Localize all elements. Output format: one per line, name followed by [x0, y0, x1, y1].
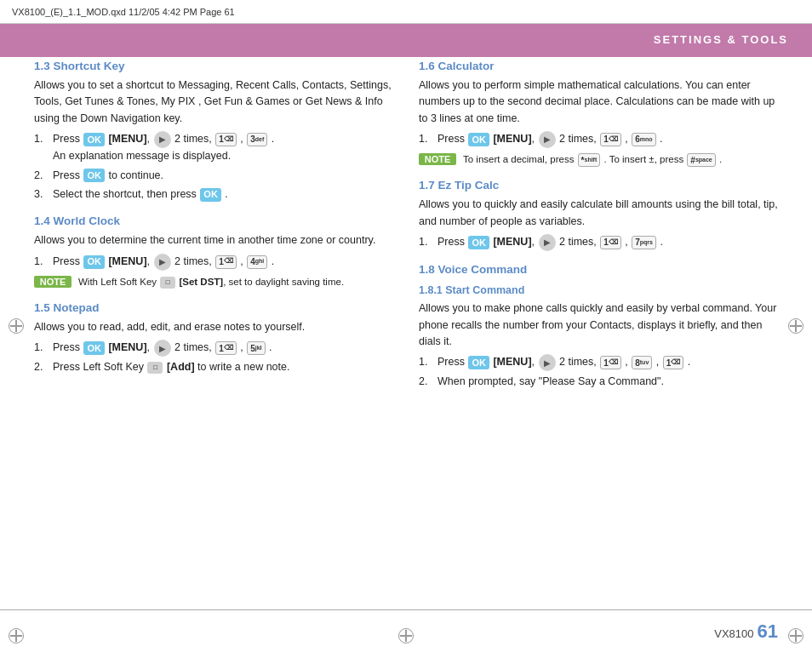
right-column: 1.6 Calculator Allows you to perform sim… — [419, 60, 778, 601]
section-15-title: 1.5 Notepad — [34, 301, 393, 314]
section-14-body: Allows you to determine the current time… — [34, 232, 393, 249]
num-key-1-15: 1⌫ — [215, 341, 237, 355]
ok-key-13-2: OK — [83, 169, 105, 182]
num-key-1-16: 1⌫ — [600, 133, 621, 146]
section-13-body: Allows you to set a shortcut to Messagin… — [34, 77, 393, 127]
doc-header: VX8100_(E)_1.1_MOD.qxd 11/2/05 4:42 PM P… — [0, 0, 812, 24]
step-13-3: 3. Select the shortcut, then press OK . — [34, 186, 393, 203]
section-13-title: 1.3 Shortcut Key — [34, 60, 393, 72]
ok-key-16-1: OK — [468, 133, 489, 146]
page-info: VX8100 61 — [714, 621, 778, 643]
num-key-8-181: 8tuv — [632, 356, 652, 369]
note-text-16: To insert a decimal, press *shift . To i… — [463, 152, 722, 167]
step-13-2: 2. Press OK to continue. — [34, 168, 393, 184]
num-key-1b-181: 1⌫ — [663, 356, 684, 369]
step-181-1: 1. Press OK [MENU], ▶ 2 times, 1⌫ , 8tuv… — [419, 354, 778, 371]
section-18-title: 1.8 Voice Command — [419, 263, 778, 276]
num-key-1-17: 1⌫ — [600, 236, 621, 249]
section-header-title: SETTINGS & TOOLS — [654, 33, 788, 46]
hash-key-16: #space — [687, 153, 715, 167]
step-15-2: 2. Press Left Soft Key □ [Add] to write … — [34, 359, 393, 375]
ok-key-14-1: OK — [83, 255, 105, 269]
note-label-16: NOTE — [419, 153, 456, 165]
nav-btn-181-1: ▶ — [539, 354, 556, 371]
section-181-title: 1.8.1 Start Command — [419, 284, 778, 296]
num-key-7-17: 7pqrs — [632, 236, 656, 249]
nav-btn-14-1: ▶ — [154, 254, 171, 271]
step-13-1: 1. Press OK [MENU], ▶ 2 times, 1⌫ , 3def… — [34, 131, 393, 164]
nav-btn-17-1: ▶ — [539, 234, 556, 251]
step-15-2-text: Press Left Soft Key □ [Add] to write a n… — [53, 359, 393, 375]
num-key-4-14: 4ghi — [247, 255, 267, 269]
reg-mark-right-center — [788, 318, 803, 334]
ok-key-181-1: OK — [468, 356, 489, 369]
section-17-body: Allows you to quickly and easily calcula… — [419, 197, 778, 230]
accent-line — [0, 54, 812, 57]
num-key-1-14: 1⌫ — [215, 255, 237, 269]
ok-key-15-1: OK — [83, 341, 105, 355]
nav-btn-15-1: ▶ — [154, 340, 171, 357]
note-14: NOTE With Left Soft Key □ [Set DST], set… — [34, 275, 393, 289]
note-text-14: With Left Soft Key □ [Set DST], set to d… — [78, 275, 344, 289]
step-181-2-text: When prompted, say "Please Say a Command… — [437, 374, 778, 390]
step-14-1: 1. Press OK [MENU], ▶ 2 times, 1⌫ , 4ghi… — [34, 254, 393, 271]
num-key-1-13: 1⌫ — [215, 133, 237, 146]
nav-btn-13-1: ▶ — [154, 131, 171, 148]
section-17-title: 1.7 Ez Tip Calc — [419, 179, 778, 192]
section-15-body: Allows you to read, add, edit, and erase… — [34, 319, 393, 335]
section-14-title: 1.4 World Clock — [34, 214, 393, 227]
num-key-1-181: 1⌫ — [600, 356, 621, 369]
num-key-6-16: 6mno — [632, 133, 655, 146]
note-16: NOTE To insert a decimal, press *shift .… — [419, 152, 778, 167]
num-key-3-13: 3def — [247, 133, 267, 146]
ok-key-17-1: OK — [468, 236, 489, 249]
section-16-title: 1.6 Calculator — [419, 60, 778, 72]
star-key-16: *shift — [578, 153, 601, 167]
section-header-bar: SETTINGS & TOOLS — [0, 24, 812, 54]
step-17-1: 1. Press OK [MENU], ▶ 2 times, 1⌫ , 7pqr… — [419, 234, 778, 251]
soft-key-14: □ — [160, 277, 175, 289]
ok-key-13-3: OK — [200, 188, 221, 202]
step-16-1: 1. Press OK [MENU], ▶ 2 times, 1⌫ , 6mno… — [419, 131, 778, 148]
page-model: VX8100 — [714, 627, 753, 640]
main-content: 1.3 Shortcut Key Allows you to set a sho… — [34, 60, 778, 601]
page-number: 61 — [758, 621, 778, 643]
reg-mark-left-center — [9, 318, 24, 334]
step-15-1: 1. Press OK [MENU], ▶ 2 times, 1⌫ , 5jkl… — [34, 340, 393, 357]
left-column: 1.3 Shortcut Key Allows you to set a sho… — [34, 60, 393, 601]
section-16-body: Allows you to perform simple mathematica… — [419, 77, 778, 127]
section-181-body: Allows you to make phone calls quickly a… — [419, 300, 778, 350]
footer: VX8100 61 — [0, 609, 812, 652]
nav-btn-16-1: ▶ — [539, 131, 556, 148]
doc-header-text: VX8100_(E)_1.1_MOD.qxd 11/2/05 4:42 PM P… — [12, 7, 235, 17]
soft-key-15: □ — [147, 362, 163, 374]
num-key-5-15: 5jkl — [247, 341, 265, 355]
step-181-2: 2. When prompted, say "Please Say a Comm… — [419, 374, 778, 390]
note-label-14: NOTE — [34, 276, 71, 288]
ok-key-13-1: OK — [83, 133, 105, 146]
